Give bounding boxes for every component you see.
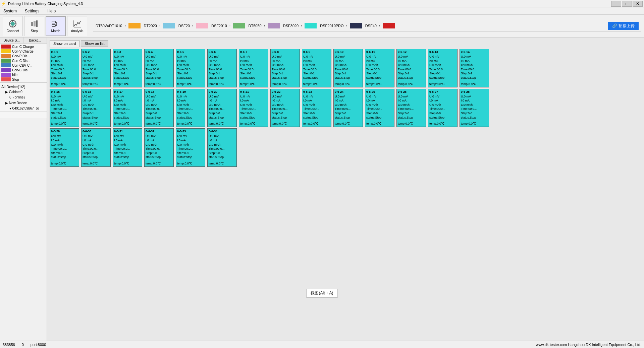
device-card-0-6-18[interactable]: 0-6-18 U:0 mV I:0 mA C:0 mAh Time:00:0..…: [144, 89, 174, 127]
device-card-0-6-34[interactable]: 0-6-34 U:0 mV I:0 mA C:0 mAh Time:00:0..…: [207, 128, 237, 167]
card-body: U:0 mV I:0 mA C:0 mAh Time:00:0... Step:…: [83, 55, 109, 80]
menu-help[interactable]: Help: [45, 8, 58, 14]
sidebar: Device S... Backg... Con-C Charge Con-V …: [0, 38, 47, 341]
legend-row-stop: Stop: [0, 77, 47, 82]
legend-row-idle: Idle: [0, 72, 47, 77]
maximize-button[interactable]: □: [622, 1, 632, 7]
device-card-0-6-17[interactable]: 0-6-17 U:0 mV I:0 mA C:0 mAh Time:00:0..…: [113, 89, 142, 127]
device-card-0-6-32[interactable]: 0-6-32 U:0 mV I:0 mA C:0 mAh Time:00:0..…: [144, 128, 174, 167]
device-card-0-6-14[interactable]: 0-6-14 U:0 mV I:0 mA C:0 mAh Time:00:0..…: [460, 49, 489, 87]
device-card-0-6-33[interactable]: 0-6-33 U:0 mV I:0 mA C:0 mAh Time:00:0..…: [176, 128, 205, 167]
device-card-0-6-4[interactable]: 0-6-4 U:0 mV I:0 mA C:0 mAh Time:00:0...…: [144, 49, 174, 87]
card-header: 0-6-34: [209, 129, 235, 134]
device-card-0-6-7[interactable]: 0-6-7 U:0 mV I:0 mA C:0 mAh Time:00:0...…: [239, 49, 268, 87]
device-card-0-6-1[interactable]: 0-6-1 U:0 mV I:0 mA C:0 mAh Time:00:0...…: [50, 49, 79, 87]
device-card-0-6-8[interactable]: 0-6-8 U:0 mV I:0 mA C:0 mAh Time:00:0...…: [270, 49, 300, 87]
tree-cabinet0[interactable]: ▶ Cabinet0: [0, 89, 47, 94]
upload-label: 拓接上传: [619, 23, 635, 29]
legend-dsf40: DSF40 ：: [365, 23, 395, 28]
device-card-0-6-22[interactable]: 0-6-22 U:0 mV I:0 mA C:0 mAh Time:00:0..…: [270, 89, 300, 127]
device-card-0-6-9[interactable]: 0-6-9 U:0 mV I:0 mA C:0 mAh Time:00:0...…: [302, 49, 331, 87]
device-card-0-6-3[interactable]: 0-6-3 U:0 mV I:0 mA C:0 mAh Time:00:0...…: [113, 49, 142, 87]
card-header: 0-6-32: [146, 129, 172, 134]
view-tabs: Show on card Show on list: [50, 40, 641, 47]
card-temp: temp:0.0℃: [51, 122, 78, 126]
card-temp: temp:0.0℃: [303, 122, 330, 126]
card-body: U:0 mV I:0 mA C:0 mAh Time:00:0... Step:…: [303, 55, 330, 80]
card-body: U:0 mV I:0 mA C:0 mAh Time:00:0... Step:…: [429, 55, 456, 80]
device-card-0-6-21[interactable]: 0-6-21 U:0 mV I:0 mA C:0 mAh Time:00:0..…: [239, 89, 268, 127]
legend-box-stop: [1, 77, 11, 81]
status-port: port:8000: [31, 343, 46, 347]
legend-dsf3020: DSF3020 ：: [283, 23, 317, 28]
device-card-0-6-11[interactable]: 0-6-11 U:0 mV I:0 mA C:0 mAh Time:00:0..…: [365, 49, 394, 87]
device-tree: All Device(1/2) ▶ Cabinet0 6（online） ▶ N…: [0, 82, 47, 112]
match-button[interactable]: Match: [46, 16, 66, 36]
device-card-0-6-19[interactable]: 0-6-19 U:0 mV I:0 mA C:0 mAh Time:00:0..…: [176, 89, 205, 127]
legend-box-con-p-dis: [1, 54, 11, 58]
device-card-0-6-10[interactable]: 0-6-10 U:0 mV I:0 mA C:0 mAh Time:00:0..…: [333, 49, 363, 87]
device-card-0-6-28[interactable]: 0-6-28 U:0 mV I:0 mA C:0 mAh Time:00:0..…: [460, 89, 489, 127]
device-card-0-6-29[interactable]: 0-6-29 U:0 mV I:0 mA C:0 mAh Time:00:0..…: [50, 128, 79, 167]
menubar: System Settings Help: [0, 7, 644, 15]
device-card-0-6-25[interactable]: 0-6-25 U:0 mV I:0 mA C:0 mAh Time:00:0..…: [365, 89, 394, 127]
tab-show-on-list[interactable]: Show on list: [81, 40, 108, 47]
tree-all-device[interactable]: All Device(1/2): [0, 84, 47, 89]
legend-box-con-cv-c: [1, 63, 11, 67]
analysis-button[interactable]: Analysis: [67, 16, 87, 36]
device-card-0-6-5[interactable]: 0-6-5 U:0 mV I:0 mA C:0 mAh Time:00:0...…: [176, 49, 205, 87]
svg-rect-8: [36, 20, 38, 27]
sidebar-scrollbar[interactable]: [0, 112, 47, 118]
legend-row-con-c-dis2: Con-C Dis...: [0, 68, 47, 72]
device-card-0-6-27[interactable]: 0-6-27 U:0 mV I:0 mA C:0 mAh Time:00:0..…: [428, 89, 458, 127]
svg-rect-9: [52, 21, 55, 23]
device-card-0-6-26[interactable]: 0-6-26 U:0 mV I:0 mA C:0 mAh Time:00:0..…: [396, 89, 426, 127]
tree-cabinet0-online[interactable]: 6（online）: [0, 94, 47, 100]
tree-new-device-child[interactable]: ● 049162f89b67（o: [0, 106, 47, 112]
card-body: U:0 mV I:0 mA C:0 mAh Time:00:0... Step:…: [177, 94, 204, 120]
card-body: U:0 mV I:0 mA C:0 mAh Time:00:0... Step:…: [114, 94, 141, 120]
legend-box-con-v-charge: [1, 49, 11, 53]
card-header: 0-6-4: [146, 50, 172, 54]
upload-button[interactable]: 🔗 拓接上传: [608, 22, 639, 30]
close-button[interactable]: ✕: [633, 1, 643, 7]
content-area[interactable]: Show on card Show on list 0-6-1 U:0 mV I…: [47, 38, 644, 341]
card-header: 0-6-30: [83, 129, 109, 134]
card-header: 0-6-29: [51, 129, 78, 134]
legend-row-con-cv-c: Con-C&V C...: [0, 63, 47, 68]
device-card-0-6-6[interactable]: 0-6-6 U:0 mV I:0 mA C:0 mAh Time:00:0...…: [207, 49, 237, 87]
step-label: Step: [31, 29, 38, 33]
device-card-0-6-16[interactable]: 0-6-16 U:0 mV I:0 mA C:0 mAh Time:00:0..…: [81, 89, 111, 127]
step-button[interactable]: Step: [24, 16, 44, 36]
minimize-button[interactable]: ─: [611, 1, 621, 7]
legend-dsf20-label: DSF20 ：: [178, 23, 195, 28]
device-card-0-6-2[interactable]: 0-6-2 U:0 mV I:0 mA C:0 mAh Time:00:0...…: [81, 49, 111, 87]
connect-button[interactable]: Connect: [3, 16, 23, 36]
card-temp: temp:0.0℃: [272, 122, 299, 126]
device-card-0-6-13[interactable]: 0-6-13 U:0 mV I:0 mA C:0 mAh Time:00:0..…: [428, 49, 458, 87]
card-body: U:0 mV I:0 mA C:0 mAh Time:00:0... Step:…: [461, 55, 488, 80]
sidebar-header: Device S... Backg...: [0, 38, 47, 44]
card-temp: temp:0.0℃: [398, 82, 425, 86]
card-body: U:0 mV I:0 mA C:0 mAh Time:00:0... Step:…: [51, 94, 78, 120]
device-card-0-6-15[interactable]: 0-6-15 U:0 mV I:0 mA C:0 mAh Time:00:0..…: [50, 89, 79, 127]
menu-system[interactable]: System: [1, 8, 19, 14]
device-card-0-6-24[interactable]: 0-6-24 U:0 mV I:0 mA C:0 mAh Time:00:0..…: [333, 89, 363, 127]
svg-point-1: [11, 22, 15, 26]
device-card-0-6-20[interactable]: 0-6-20 U:0 mV I:0 mA C:0 mAh Time:00:0..…: [207, 89, 237, 127]
cards-grid: 0-6-1 U:0 mV I:0 mA C:0 mAh Time:00:0...…: [50, 49, 641, 167]
card-temp: temp:0.0℃: [209, 122, 235, 126]
sidebar-tab-background[interactable]: Backg...: [23, 38, 47, 43]
sidebar-tab-device[interactable]: Device S...: [0, 38, 23, 43]
device-card-0-6-30[interactable]: 0-6-30 U:0 mV I:0 mA C:0 mAh Time:00:0..…: [81, 128, 111, 167]
card-body: U:0 mV I:0 mA C:0 mAh Time:00:0... Step:…: [366, 94, 393, 120]
tree-new-device[interactable]: ▶ New Device: [0, 100, 47, 106]
device-card-0-6-12[interactable]: 0-6-12 U:0 mV I:0 mA C:0 mAh Time:00:0..…: [396, 49, 426, 87]
card-body: U:0 mV I:0 mA C:0 mAh Time:00:0... Step:…: [429, 94, 456, 120]
device-card-0-6-23[interactable]: 0-6-23 U:0 mV I:0 mA C:0 mAh Time:00:0..…: [302, 89, 331, 127]
tab-show-on-card[interactable]: Show on card: [50, 40, 79, 47]
legend-dt50w-color: [128, 23, 141, 28]
device-card-0-6-31[interactable]: 0-6-31 U:0 mV I:0 mA C:0 mAh Time:00:0..…: [113, 128, 142, 167]
menu-settings[interactable]: Settings: [23, 8, 41, 14]
legend-dt5050-color: [268, 23, 280, 28]
